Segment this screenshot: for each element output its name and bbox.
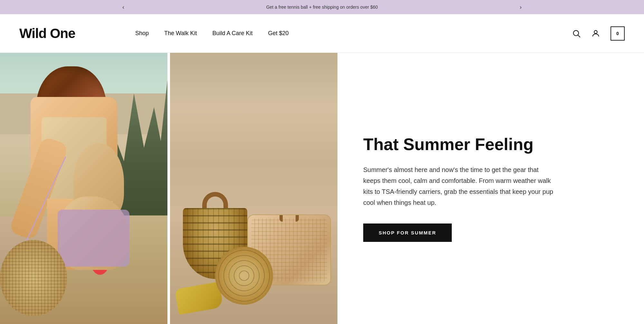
hero-image-middle — [170, 53, 337, 324]
nav-get-20[interactable]: Get $20 — [268, 30, 289, 37]
cta-button[interactable]: SHOP FOR SUMMER — [363, 224, 452, 242]
hero-image-left — [0, 53, 167, 324]
search-icon — [572, 29, 581, 38]
woven-mat — [215, 247, 273, 305]
header-icons: 0 — [572, 26, 625, 41]
announcement-next-button[interactable]: › — [513, 4, 528, 11]
nav-care-kit[interactable]: Build A Care Kit — [212, 30, 252, 37]
search-button[interactable] — [572, 29, 581, 38]
account-button[interactable] — [591, 29, 600, 38]
carrier-handle — [279, 214, 299, 222]
svg-line-1 — [578, 35, 580, 37]
straw-bag — [0, 240, 67, 316]
nav-shop[interactable]: Shop — [135, 30, 149, 37]
hero-body: Summer's almost here and now's the time … — [363, 164, 556, 208]
announcement-prev-button[interactable]: ‹ — [116, 4, 131, 11]
svg-point-2 — [594, 30, 597, 33]
product-scene — [170, 53, 337, 324]
yellow-fabric — [175, 281, 223, 315]
main-nav: Shop The Walk Kit Build A Care Kit Get $… — [116, 30, 572, 37]
cart-count: 0 — [616, 31, 619, 36]
hero-text-panel: That Summer Feeling Summer's almost here… — [337, 53, 644, 324]
announcement-bar: ‹ Get a free tennis ball + free shipping… — [0, 0, 644, 14]
account-icon — [591, 29, 600, 38]
main-content: That Summer Feeling Summer's almost here… — [0, 53, 644, 324]
hero-heading: That Summer Feeling — [363, 135, 618, 154]
svg-point-0 — [573, 30, 579, 35]
site-logo[interactable]: Wild One — [19, 26, 116, 41]
nav-walk-kit[interactable]: The Walk Kit — [164, 30, 197, 37]
site-header: Wild One Shop The Walk Kit Build A Care … — [0, 14, 644, 53]
dog-harness — [58, 210, 129, 267]
cart-button[interactable]: 0 — [611, 26, 625, 41]
announcement-text: Get a free tennis ball + free shipping o… — [266, 5, 378, 10]
